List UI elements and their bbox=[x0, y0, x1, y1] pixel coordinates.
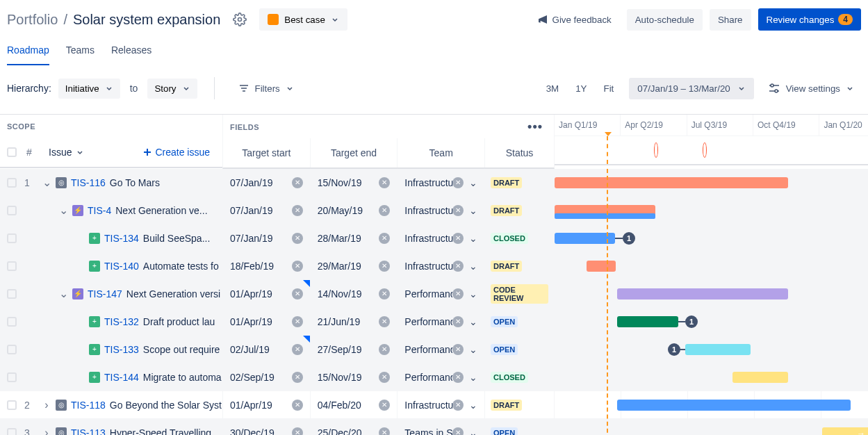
issue-key[interactable]: TIS-140 bbox=[104, 261, 139, 272]
team-field[interactable]: Performance...✕⌄ bbox=[397, 280, 484, 307]
gantt-bar[interactable] bbox=[555, 233, 615, 244]
clear-icon[interactable]: ✕ bbox=[379, 316, 390, 327]
chevron-down-icon[interactable]: ⌄ bbox=[466, 177, 477, 188]
tab-releases[interactable]: Releases bbox=[111, 39, 152, 65]
chevron-down-icon[interactable]: ⌄ bbox=[466, 427, 477, 436]
issue-key[interactable]: TIS-144 bbox=[104, 372, 139, 383]
clear-icon[interactable]: ✕ bbox=[452, 427, 464, 436]
release-status-dot[interactable] bbox=[703, 143, 706, 157]
clear-icon[interactable]: ✕ bbox=[292, 288, 303, 299]
issue-key[interactable]: TIS-118 bbox=[71, 400, 106, 411]
target-end-field[interactable]: 04/Feb/20✕ bbox=[310, 391, 398, 418]
row-checkbox[interactable] bbox=[7, 400, 17, 410]
tab-teams[interactable]: Teams bbox=[66, 39, 95, 65]
clear-icon[interactable]: ✕ bbox=[292, 205, 303, 216]
issue-key[interactable]: TIS-134 bbox=[104, 233, 139, 244]
row-checkbox[interactable] bbox=[7, 289, 17, 299]
team-field[interactable]: Infrastructur...✕⌄ bbox=[397, 391, 484, 418]
chevron-down-icon[interactable]: ⌄ bbox=[466, 288, 477, 299]
clear-icon[interactable]: ✕ bbox=[292, 344, 303, 355]
auto-schedule-button[interactable]: Auto-schedule bbox=[627, 9, 703, 31]
target-end-field[interactable]: 15/Nov/19✕ bbox=[310, 169, 398, 196]
dependency-badge[interactable]: 1 bbox=[685, 315, 698, 328]
clear-icon[interactable]: ✕ bbox=[379, 427, 390, 436]
row-checkbox[interactable] bbox=[7, 317, 17, 327]
expand-icon[interactable]: › bbox=[42, 399, 51, 411]
row-checkbox[interactable] bbox=[7, 345, 17, 354]
release-status-dot[interactable] bbox=[655, 143, 657, 157]
expand-icon[interactable]: ⌄ bbox=[42, 176, 51, 189]
clear-icon[interactable]: ✕ bbox=[292, 372, 303, 383]
share-button[interactable]: Share bbox=[710, 9, 751, 31]
target-end-field[interactable]: 15/Nov/19✕ bbox=[310, 363, 398, 391]
row-checkbox[interactable] bbox=[7, 428, 17, 436]
create-issue-link[interactable]: Create issue bbox=[142, 147, 210, 158]
clear-icon[interactable]: ✕ bbox=[292, 316, 303, 327]
team-field[interactable]: Performance...✕⌄ bbox=[397, 336, 484, 363]
clear-icon[interactable]: ✕ bbox=[379, 233, 390, 244]
row-checkbox[interactable] bbox=[7, 206, 17, 215]
zoom-3m[interactable]: 3M bbox=[538, 78, 568, 99]
gantt-bar[interactable] bbox=[617, 400, 851, 411]
clear-icon[interactable]: ✕ bbox=[379, 400, 390, 411]
clear-icon[interactable]: ✕ bbox=[292, 233, 303, 244]
zoom-1y[interactable]: 1Y bbox=[567, 78, 595, 99]
clear-icon[interactable]: ✕ bbox=[379, 177, 390, 188]
chevron-down-icon[interactable]: ⌄ bbox=[466, 400, 477, 411]
team-field[interactable]: Infrastructur...✕⌄ bbox=[397, 169, 484, 196]
clear-icon[interactable]: ✕ bbox=[452, 261, 464, 272]
gear-icon[interactable] bbox=[233, 13, 247, 26]
team-field[interactable]: Infrastructur...✕⌄ bbox=[397, 224, 484, 252]
clear-icon[interactable]: ✕ bbox=[379, 261, 390, 272]
target-end-field[interactable]: 28/Mar/19✕ bbox=[310, 224, 398, 252]
team-field[interactable]: Teams in Sp...✕⌄ bbox=[397, 419, 484, 435]
target-start-field[interactable]: 18/Feb/19✕ bbox=[223, 252, 310, 279]
target-end-field[interactable]: 25/Dec/20✕ bbox=[310, 419, 398, 435]
row-checkbox[interactable] bbox=[7, 372, 17, 382]
row-checkbox[interactable] bbox=[7, 178, 17, 188]
date-range-select[interactable]: 07/Jan/19 – 13/Mar/20 bbox=[629, 78, 753, 99]
gantt-bar[interactable] bbox=[587, 261, 616, 272]
give-feedback-button[interactable]: Give feedback bbox=[529, 8, 620, 31]
filters-button[interactable]: Filters bbox=[231, 78, 301, 99]
issue-key[interactable]: TIS-147 bbox=[88, 288, 122, 299]
clear-icon[interactable]: ✕ bbox=[292, 400, 303, 411]
more-fields-icon[interactable]: ••• bbox=[527, 120, 543, 134]
clear-icon[interactable]: ✕ bbox=[292, 427, 303, 436]
gantt-bar[interactable] bbox=[732, 372, 788, 383]
dependency-badge[interactable]: 1 bbox=[623, 232, 635, 245]
target-start-field[interactable]: 07/Jan/19✕ bbox=[223, 224, 310, 252]
clear-icon[interactable]: ✕ bbox=[452, 316, 464, 327]
gantt-bar[interactable] bbox=[555, 213, 655, 219]
clear-icon[interactable]: ✕ bbox=[379, 344, 390, 355]
clear-icon[interactable]: ✕ bbox=[452, 344, 464, 355]
hierarchy-from-select[interactable]: Initiative bbox=[58, 79, 120, 99]
clear-icon[interactable]: ✕ bbox=[452, 372, 464, 383]
team-field[interactable]: Performance...✕⌄ bbox=[397, 308, 484, 335]
clear-icon[interactable]: ✕ bbox=[452, 177, 464, 188]
dependency-badge[interactable]: 1 bbox=[668, 343, 680, 356]
clear-icon[interactable]: ✕ bbox=[452, 233, 464, 244]
expand-icon[interactable]: ⌄ bbox=[58, 287, 68, 300]
target-start-field[interactable]: 01/Apr/19✕ bbox=[223, 308, 310, 335]
chevron-down-icon[interactable]: ⌄ bbox=[466, 233, 477, 244]
gantt-bar[interactable] bbox=[555, 177, 788, 188]
select-all-checkbox[interactable] bbox=[7, 147, 17, 157]
clear-icon[interactable]: ✕ bbox=[379, 205, 390, 216]
issue-key[interactable]: TIS-133 bbox=[104, 344, 139, 355]
target-start-field[interactable]: 30/Dec/19✕ bbox=[223, 419, 310, 435]
hierarchy-to-select[interactable]: Story bbox=[147, 79, 197, 99]
view-settings-button[interactable]: View settings bbox=[761, 76, 861, 100]
clear-icon[interactable]: ✕ bbox=[452, 400, 464, 411]
row-checkbox[interactable] bbox=[7, 233, 17, 243]
target-start-field[interactable]: 02/Sep/19✕ bbox=[223, 363, 310, 391]
target-end-field[interactable]: 14/Nov/19✕ bbox=[310, 280, 398, 307]
clear-icon[interactable]: ✕ bbox=[452, 205, 464, 216]
target-end-field[interactable]: 20/May/19✕ bbox=[310, 197, 398, 224]
issue-key[interactable]: TIS-116 bbox=[71, 177, 106, 188]
team-field[interactable]: Infrastructur...✕⌄ bbox=[397, 252, 484, 279]
chevron-down-icon[interactable]: ⌄ bbox=[466, 344, 477, 355]
gantt-bar[interactable] bbox=[617, 316, 678, 327]
clear-icon[interactable]: ✕ bbox=[379, 372, 390, 383]
issue-key[interactable]: TIS-132 bbox=[104, 316, 139, 327]
